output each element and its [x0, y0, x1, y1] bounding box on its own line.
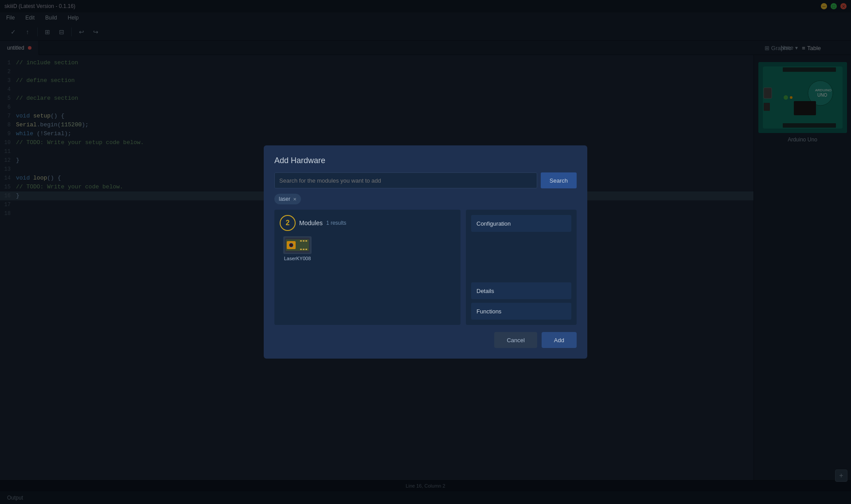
modules-header: 2 Modules 1 results: [280, 215, 455, 231]
module-item-laser[interactable]: LaserKY008: [280, 236, 315, 261]
details-section: Details: [471, 282, 571, 299]
tag-row: laser ✕: [274, 194, 577, 204]
modules-count: 1 results: [326, 220, 346, 226]
module-thumbnail: [283, 236, 312, 254]
modal-footer: Cancel Add: [274, 332, 577, 348]
modules-panel: 2 Modules 1 results: [274, 210, 461, 325]
add-button[interactable]: Add: [542, 332, 577, 348]
config-panel: Configuration Details Functions: [466, 210, 577, 325]
svg-rect-18: [303, 240, 304, 242]
step-indicator: 2: [280, 215, 296, 231]
svg-rect-19: [305, 240, 307, 242]
modal-title: Add Hardware: [274, 156, 577, 165]
modal-overlay[interactable]: Add Hardware Search laser ✕ 2 Modules 1 …: [0, 0, 851, 504]
functions-title: Functions: [476, 308, 501, 315]
modules-title: Modules: [299, 219, 323, 227]
search-button[interactable]: Search: [541, 172, 577, 188]
module-name: LaserKY008: [284, 256, 311, 261]
laser-tag: laser ✕: [274, 194, 301, 204]
modal-body: 2 Modules 1 results: [274, 210, 577, 325]
configuration-section: Configuration: [471, 215, 571, 232]
svg-rect-20: [300, 249, 302, 250]
module-search-input[interactable]: [274, 172, 537, 188]
remove-tag-button[interactable]: ✕: [293, 197, 297, 202]
svg-point-16: [290, 244, 292, 246]
cancel-button[interactable]: Cancel: [494, 332, 537, 348]
config-title: Configuration: [476, 220, 511, 227]
details-title: Details: [476, 288, 494, 294]
svg-rect-17: [300, 240, 302, 242]
svg-rect-21: [303, 249, 304, 250]
functions-section: Functions: [471, 303, 571, 320]
search-row: Search: [274, 172, 577, 188]
svg-rect-22: [305, 249, 307, 250]
add-hardware-modal: Add Hardware Search laser ✕ 2 Modules 1 …: [264, 145, 587, 359]
